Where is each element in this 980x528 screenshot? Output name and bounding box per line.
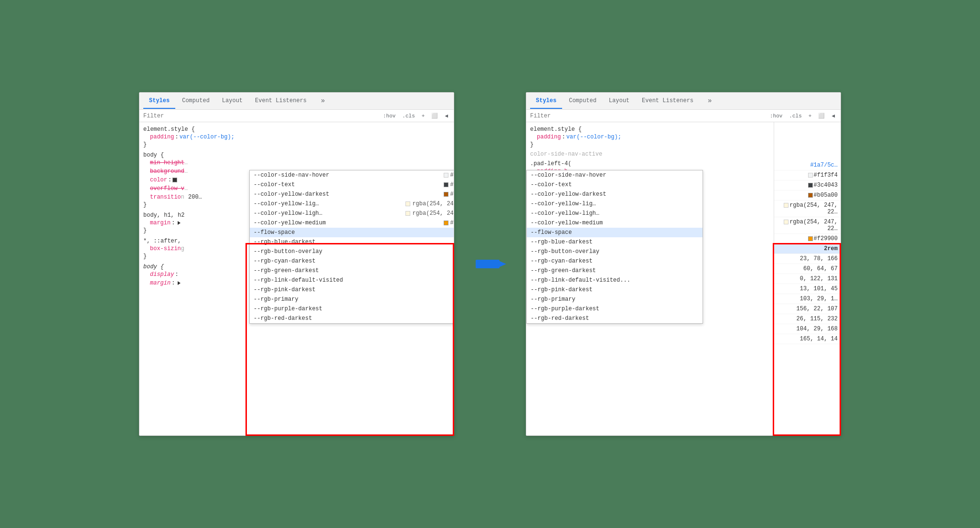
left-pname-margin2: margin [150, 280, 170, 286]
right-pname-padding: padding [537, 134, 561, 140]
left-palette-btn[interactable]: ⬜ [429, 112, 440, 120]
right-dropdown-item-11[interactable]: --rgb-link-default-visited... [527, 275, 703, 285]
right-cls-btn[interactable]: .cls [787, 112, 803, 120]
left-dd-right-0: #f1f3f4 [444, 172, 454, 179]
left-dropdown-item-13[interactable]: --rgb-primary [250, 295, 454, 304]
right-cv-color-active: #1a7/5c… [774, 160, 841, 170]
right-dd-name-15: --rgb-red-darkest [531, 315, 699, 322]
right-dropdown-item-1[interactable]: --color-text [527, 180, 703, 190]
right-dropdown-item-7[interactable]: --rgb-blue-darkest [527, 237, 703, 247]
right-dropdown-item-14[interactable]: --rgb-purple-darkest [527, 304, 703, 314]
right-dd-name-7: --rgb-blue-darkest [531, 239, 699, 245]
right-css-left: element.style { padding : var(--color-bg… [526, 122, 774, 344]
right-dd-name-10: --rgb-green-darkest [531, 267, 699, 274]
right-dropdown-item-4[interactable]: --color-yellow-ligh… [527, 209, 703, 218]
left-rule-element-style: element.style { [139, 124, 454, 133]
right-dropdown-item-12[interactable]: --rgb-pink-darkest [527, 285, 703, 295]
right-dropdown-item-13[interactable]: --rgb-primary [527, 295, 703, 304]
left-dd-swatch-0 [444, 173, 448, 178]
left-dd-name-15: --rgb-red-darkest [254, 315, 454, 322]
right-tab-event-listeners[interactable]: Event Listeners [636, 94, 699, 109]
right-dropdown-item-0[interactable]: --color-side-nav-hover [527, 170, 703, 180]
right-cv-swatch-5 [808, 236, 813, 241]
right-devtools-panel: Styles Computed Layout Event Listeners »… [526, 92, 841, 436]
left-tab-computed[interactable]: Computed [176, 94, 215, 109]
left-dd-right-4: rgba(254, 247, 22… [405, 210, 454, 217]
right-styles-body: element.style { padding : var(--color-bg… [526, 122, 841, 435]
right-hov-btn[interactable]: :hov [768, 112, 784, 120]
left-arrow-btn[interactable]: ◀ [443, 112, 450, 120]
left-dd-name-11: --rgb-link-default-visited [254, 277, 454, 284]
left-filter-input[interactable] [143, 113, 377, 119]
right-add-btn[interactable]: + [807, 112, 814, 120]
right-prop-padding: padding : var(--color-bg); [526, 133, 774, 141]
right-palette-btn[interactable]: ⬜ [816, 112, 827, 120]
right-cv-5: #f29900 [774, 234, 841, 244]
right-tab-styles[interactable]: Styles [530, 94, 562, 109]
right-tab-computed[interactable]: Computed [563, 94, 602, 109]
left-dropdown-item-7[interactable]: --rgb-blue-darkest [250, 237, 454, 247]
left-dropdown-item-4[interactable]: --color-yellow-ligh… rgba(254, 247, 22… [250, 209, 454, 218]
left-dropdown-item-10[interactable]: --rgb-green-darkest [250, 266, 454, 275]
right-cv-8: 60, 64, 67 [774, 264, 841, 274]
left-dropdown-item-15[interactable]: --rgb-red-darkest [250, 314, 454, 323]
left-truncate-2: … [184, 168, 188, 175]
left-dropdown-item-14[interactable]: --rgb-purple-darkest [250, 304, 454, 314]
left-filter-bar: :hov .cls + ⬜ ◀ [139, 110, 454, 122]
right-dropdown-item-8[interactable]: --rgb-button-overlay [527, 247, 703, 256]
right-filter-input[interactable] [530, 113, 764, 119]
svg-rect-1 [476, 260, 500, 268]
right-tab-more[interactable]: » [702, 93, 717, 109]
left-dropdown-item-6[interactable]: --flow-space [250, 228, 454, 237]
left-dropdown-item-12[interactable]: --rgb-pink-darkest [250, 285, 454, 295]
right-dropdown-item-3[interactable]: --color-yellow-lig… [527, 199, 703, 209]
left-dropdown-item-1[interactable]: --color-text #3c4043 [250, 180, 454, 190]
left-dropdown-item-11[interactable]: --rgb-link-default-visited [250, 275, 454, 285]
left-dd-swatch-1 [444, 182, 448, 187]
right-close-1: } [526, 141, 774, 148]
left-prop-min-height: min-height… [139, 158, 454, 167]
blue-arrow-icon [473, 252, 507, 276]
left-dropdown-item-0[interactable]: --color-side-nav-hover #f1f3f4 [250, 170, 454, 180]
right-cv-11: 103, 29, 1… [774, 294, 841, 304]
left-dropdown-item-2[interactable]: --color-yellow-darkest #b05a00 [250, 190, 454, 199]
left-dropdown-item-9[interactable]: --rgb-cyan-darkest [250, 256, 454, 266]
left-tab-styles[interactable]: Styles [143, 94, 175, 109]
left-cls-btn[interactable]: .cls [400, 112, 416, 120]
left-pcolon-6: : [171, 280, 175, 286]
right-dd-name-2: --color-yellow-darkest [531, 191, 699, 198]
left-dd-name-0: --color-side-nav-hover [254, 172, 444, 179]
right-arrow-btn[interactable]: ◀ [830, 112, 837, 120]
left-triangle-margin2 [178, 281, 181, 285]
right-dd-name-12: --rgb-pink-darkest [531, 286, 699, 293]
right-dd-name-3: --color-yellow-lig… [531, 201, 699, 207]
left-tab-layout[interactable]: Layout [216, 94, 248, 109]
left-dd-name-1: --color-text [254, 181, 444, 188]
left-dropdown-item-5[interactable]: --color-yellow-medium #f29900 [250, 218, 454, 228]
right-dropdown-item-5[interactable]: --color-yellow-medium [527, 218, 703, 228]
right-dropdown-item-15[interactable]: --rgb-red-darkest [527, 314, 703, 323]
left-truncate-1: … [184, 159, 188, 166]
left-dd-right-5: #f29900 [444, 220, 454, 226]
right-tab-layout[interactable]: Layout [603, 94, 635, 109]
right-dropdown-item-9[interactable]: --rgb-cyan-darkest [527, 256, 703, 266]
right-cv-spacer [774, 122, 841, 160]
left-add-btn[interactable]: + [420, 112, 427, 120]
right-dropdown-item-10[interactable]: --rgb-green-darkest [527, 266, 703, 275]
left-filter-buttons: :hov .cls + ⬜ ◀ [381, 112, 450, 120]
left-pname-overflow: overflow-v [150, 185, 184, 192]
left-panel-wrapper: Styles Computed Layout Event Listeners »… [139, 92, 454, 436]
right-dropdown-item-6[interactable]: --flow-space [527, 228, 703, 237]
right-dropdown-item-2[interactable]: --color-yellow-darkest [527, 190, 703, 199]
left-tab-event-listeners[interactable]: Event Listeners [249, 94, 312, 109]
left-pname-background: background [150, 168, 184, 175]
left-close-1: } [139, 141, 454, 148]
left-hov-btn[interactable]: :hov [381, 112, 397, 120]
left-dropdown-item-3[interactable]: --color-yellow-lig… rgba(254, 247, 22… [250, 199, 454, 209]
left-tab-more[interactable]: » [315, 93, 330, 109]
left-dd-name-2: --color-yellow-darkest [254, 191, 444, 198]
left-dropdown-item-8[interactable]: --rgb-button-overlay [250, 247, 454, 256]
left-dd-swatch-2 [444, 192, 448, 197]
left-dd-name-5: --color-yellow-medium [254, 220, 444, 226]
right-cv-swatch-2 [808, 193, 813, 198]
